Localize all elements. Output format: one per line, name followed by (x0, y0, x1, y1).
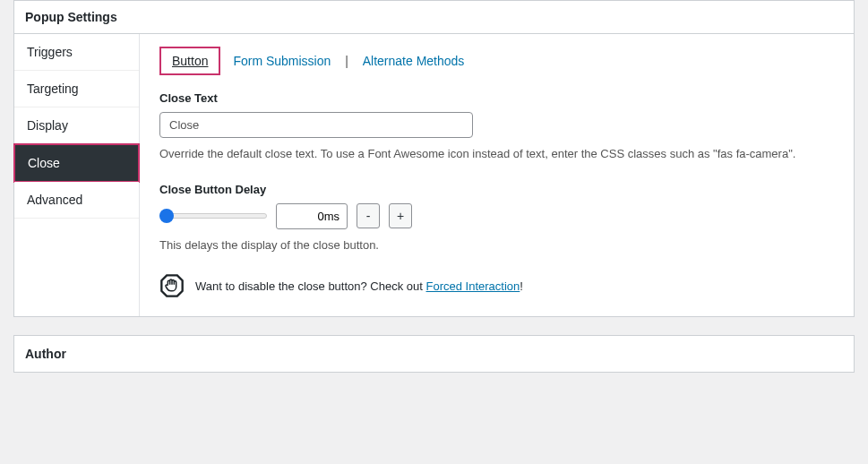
sidebar-item-advanced[interactable]: Advanced (14, 182, 139, 219)
delay-slider-thumb[interactable] (159, 209, 174, 223)
sidebar-item-targeting[interactable]: Targeting (14, 71, 139, 107)
subtabs: Button Form Submission | Alternate Metho… (159, 47, 834, 75)
hand-stop-icon (159, 273, 185, 298)
panel-title: Popup Settings (14, 1, 854, 34)
close-delay-help: This delays the display of the close but… (159, 236, 834, 254)
tab-form-submission[interactable]: Form Submission (228, 50, 336, 72)
content-area: Button Form Submission | Alternate Metho… (140, 34, 854, 316)
author-title: Author (14, 336, 854, 372)
delay-increment-button[interactable]: + (389, 203, 412, 228)
sidebar-item-triggers[interactable]: Triggers (14, 34, 139, 71)
close-text-field: Close Text Override the default close te… (159, 91, 834, 163)
close-delay-label: Close Button Delay (159, 183, 834, 196)
forced-interaction-link[interactable]: Forced Interaction (426, 279, 520, 293)
author-panel: Author (13, 335, 855, 373)
tab-separator: | (345, 54, 348, 68)
delay-slider[interactable] (159, 213, 267, 219)
sidebar-item-close[interactable]: Close (13, 143, 140, 183)
popup-settings-panel: Popup Settings Triggers Targeting Displa… (13, 0, 855, 317)
delay-controls: - + (159, 203, 834, 229)
delay-value-input[interactable] (276, 203, 348, 229)
sidebar-item-display[interactable]: Display (14, 107, 139, 144)
close-text-input[interactable] (159, 112, 473, 138)
side-tabs: Triggers Targeting Display Close Advance… (14, 34, 140, 316)
close-text-help: Override the default close text. To use … (159, 145, 834, 163)
tab-alternate-methods[interactable]: Alternate Methods (357, 50, 470, 72)
close-text-label: Close Text (159, 91, 834, 105)
tab-button[interactable]: Button (159, 47, 220, 75)
panel-body: Triggers Targeting Display Close Advance… (14, 34, 854, 316)
close-delay-field: Close Button Delay - + This delays the d… (159, 183, 834, 254)
tip-suffix: ! (520, 279, 523, 293)
delay-decrement-button[interactable]: - (357, 203, 380, 228)
forced-interaction-tip: Want to disable the close button? Check … (159, 273, 834, 298)
svg-marker-0 (161, 275, 182, 296)
tip-prefix: Want to disable the close button? Check … (195, 279, 426, 293)
tip-text: Want to disable the close button? Check … (195, 279, 523, 293)
